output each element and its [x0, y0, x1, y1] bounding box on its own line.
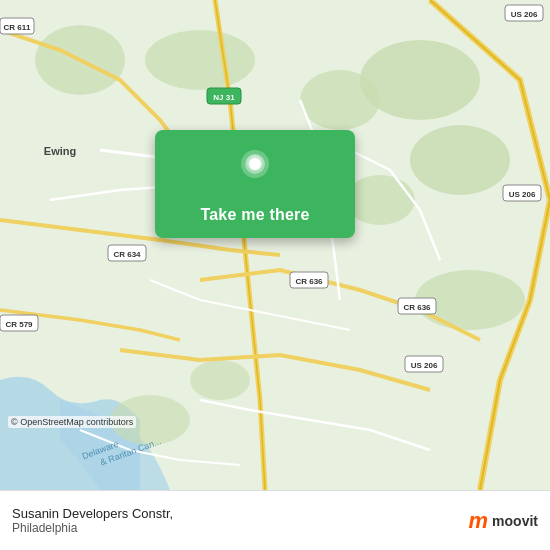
svg-text:CR 611: CR 611 — [3, 23, 31, 32]
moovit-m-icon: m — [469, 508, 489, 534]
svg-point-7 — [145, 30, 255, 90]
business-name: Susanin Developers Constr, — [12, 506, 173, 521]
moovit-logo: m moovit — [469, 508, 538, 534]
business-city: Philadelphia — [12, 521, 173, 535]
bottom-bar: Susanin Developers Constr, Philadelphia … — [0, 490, 550, 550]
moovit-text: moovit — [492, 513, 538, 529]
svg-point-6 — [300, 70, 380, 130]
svg-text:CR 636: CR 636 — [295, 277, 323, 286]
svg-text:CR 579: CR 579 — [5, 320, 33, 329]
svg-text:Ewing: Ewing — [44, 145, 76, 157]
bottom-info: Susanin Developers Constr, Philadelphia — [12, 506, 173, 535]
take-me-there-button[interactable]: Take me there — [200, 206, 309, 224]
svg-text:CR 636: CR 636 — [403, 303, 431, 312]
location-pin-icon — [237, 148, 273, 192]
action-card: Take me there — [155, 130, 355, 238]
svg-text:US 206: US 206 — [509, 190, 536, 199]
svg-text:US 206: US 206 — [411, 361, 438, 370]
osm-credit: © OpenStreetMap contributors — [8, 416, 136, 428]
svg-point-3 — [345, 175, 415, 225]
map-container: Delaware & Raritan Can... CR 611 US 206 … — [0, 0, 550, 490]
svg-point-9 — [190, 360, 250, 400]
svg-text:US 206: US 206 — [511, 10, 538, 19]
svg-text:CR 634: CR 634 — [113, 250, 141, 259]
location-icon-wrap — [237, 148, 273, 196]
svg-point-2 — [410, 125, 510, 195]
svg-text:NJ 31: NJ 31 — [213, 93, 235, 102]
